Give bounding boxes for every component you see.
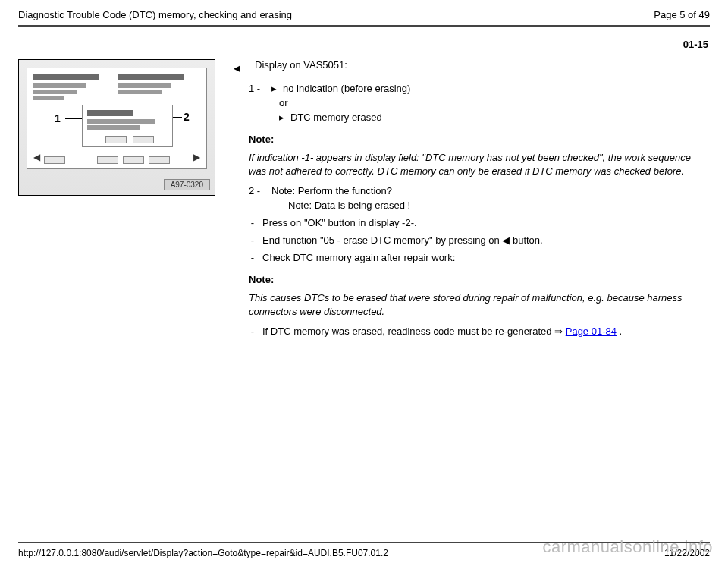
dash4-b: . bbox=[617, 326, 622, 337]
callout-1: 1 bbox=[55, 112, 61, 124]
dash-icon: - bbox=[249, 252, 256, 263]
item2-text: Note: Perform the function? bbox=[271, 185, 392, 197]
bullet-icon: ▸ bbox=[271, 83, 277, 94]
dash2-text: End function "05 - erase DTC memory" by … bbox=[262, 234, 543, 246]
figure-screen: 1 2 ◀ ▶ bbox=[27, 68, 207, 169]
page-title: Diagnostic Trouble Code (DTC) memory, ch… bbox=[18, 9, 292, 20]
dash3-text: Check DTC memory again after repair work… bbox=[262, 252, 455, 263]
bullet-icon: ▸ bbox=[279, 112, 284, 123]
dash-icon: - bbox=[249, 326, 256, 337]
watermark: carmanualsonline.info bbox=[542, 537, 713, 557]
dash4-text: If DTC memory was erased, readiness code… bbox=[262, 326, 622, 337]
lead-arrow-icon: ◂ bbox=[234, 59, 240, 75]
note2-heading: Note: bbox=[249, 274, 705, 285]
figure: 1 2 ◀ ▶ A97-0320 bbox=[18, 59, 215, 196]
lead-text: Display on VAS5051: bbox=[255, 59, 347, 71]
dash2-b: button. bbox=[510, 234, 542, 246]
item1-number: 1 - bbox=[249, 83, 265, 94]
item2-number: 2 - bbox=[249, 185, 265, 197]
callout-2: 2 bbox=[184, 111, 190, 123]
note1-body: If indication -1- appears in display fie… bbox=[249, 151, 705, 178]
dash-icon: - bbox=[249, 217, 256, 228]
page-count: Page 5 of 49 bbox=[654, 9, 710, 20]
dash2-a: End function "05 - erase DTC memory" by … bbox=[262, 234, 502, 246]
section-number: 01-15 bbox=[18, 27, 710, 59]
page-link[interactable]: Page 01-84 bbox=[566, 326, 617, 337]
text-column: ◂ Display on VAS5051: 1 - ▸ no indicatio… bbox=[234, 59, 710, 343]
back-arrow-icon: ◀ bbox=[502, 234, 510, 246]
item1-text2: DTC memory erased bbox=[290, 112, 382, 123]
footer-url: http://127.0.0.1:8080/audi/servlet/Displ… bbox=[18, 548, 388, 558]
note1-heading: Note: bbox=[249, 134, 705, 145]
dash4-a: If DTC memory was erased, readiness code… bbox=[262, 326, 566, 337]
item1-or: or bbox=[279, 97, 288, 109]
item2-sub: Note: Data is being erased ! bbox=[288, 200, 410, 211]
item1-text: no indication (before erasing) bbox=[283, 83, 410, 94]
note2-body: This causes DTCs to be erased that were … bbox=[249, 291, 705, 318]
dash-icon: - bbox=[249, 234, 256, 246]
dash1-text: Press on "OK" button in display -2-. bbox=[262, 217, 417, 228]
figure-ref: A97-0320 bbox=[164, 179, 210, 190]
